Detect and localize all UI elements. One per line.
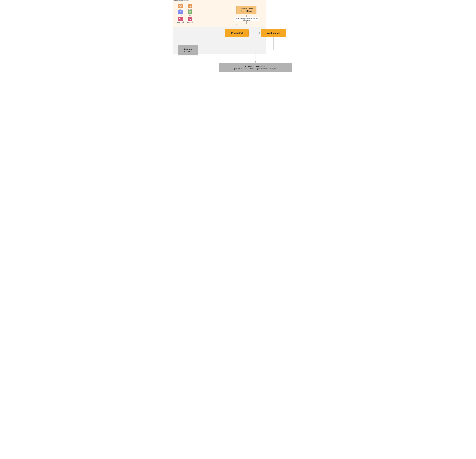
rds-icon — [178, 10, 183, 15]
workspaces-box: Workspaces — [261, 29, 286, 37]
cloudtrail-icon — [188, 17, 192, 21]
svg-point-8 — [190, 19, 191, 20]
aws-service-rds: RDS — [176, 10, 185, 16]
developer-workstation-label: DeveloperWorkstation — [183, 48, 193, 53]
development-infrastructure-label: Development Infrastructure(e.g. source c… — [234, 65, 277, 70]
s3-icon — [188, 10, 192, 15]
control-plane-title: Gitpod DedicatedControl Plane — [240, 8, 253, 12]
development-infrastructure-box: Development Infrastructure(e.g. source c… — [219, 63, 292, 72]
product-ui-box: Product UI — [225, 29, 249, 37]
aws-service-ecr: ECR — [176, 4, 185, 10]
aws-label: ECR — [179, 8, 182, 10]
edge-label-status-updates: Status updates, aggregated metrics,billi… — [234, 17, 259, 21]
aws-label: CloudWatch — [177, 21, 184, 23]
aws-service-lambda: Lambda — [185, 4, 195, 10]
aws-label: CloudTrail — [187, 21, 193, 23]
aws-label: Lambda — [188, 8, 193, 10]
product-ui-label: Product UI — [231, 32, 243, 34]
aws-service-cloudwatch: CloudWatch — [176, 17, 185, 23]
developer-workstation-box: DeveloperWorkstation — [178, 45, 198, 55]
aws-label: RDS — [179, 15, 182, 16]
cloudwatch-icon — [178, 17, 183, 21]
aws-service-grid: ECR Lambda — [176, 4, 195, 23]
architecture-diagram: Gitpod DedicatedControl Plane Status upd… — [173, 0, 303, 87]
aws-service-s3: S3 — [185, 10, 195, 16]
workspaces-label: Workspaces — [267, 32, 280, 34]
svg-point-7 — [181, 19, 181, 20]
control-plane-box: Gitpod DedicatedControl Plane — [237, 6, 256, 14]
svg-point-5 — [180, 11, 181, 12]
aws-service-cloudtrail: CloudTrail — [185, 17, 195, 23]
vpc-other-label: Customer AWS Account / VPC - Other — [173, 0, 189, 1]
aws-label: S3 — [189, 15, 191, 16]
ecr-icon — [178, 4, 183, 8]
lambda-icon — [188, 4, 192, 8]
